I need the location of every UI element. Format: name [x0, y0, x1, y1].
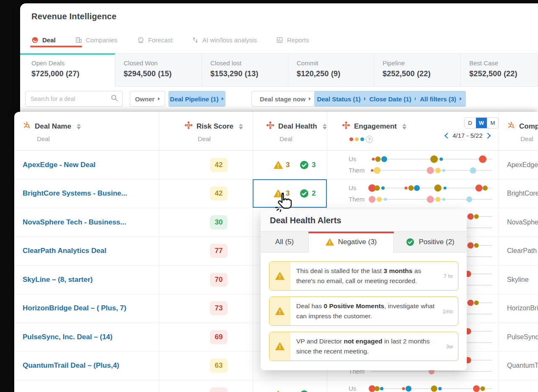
companies-icon	[75, 36, 82, 44]
deal-link[interactable]: PulseSync, Inc. Deal – (14)	[23, 333, 112, 341]
popup-tab-all-5-[interactable]: All (5)	[261, 232, 309, 253]
sort-icon[interactable]	[77, 124, 81, 129]
summary-card-open-deals[interactable]: Open Deals$725,000 (27)	[20, 53, 115, 87]
help-icon[interactable]: ?	[366, 136, 373, 143]
engagement-timeline	[371, 159, 492, 160]
deal-link[interactable]: BrightCore Systems - Busine...	[23, 189, 127, 198]
period-toggle: DWM	[464, 117, 499, 129]
popup-tab-negative-3-[interactable]: Negative (3)	[309, 232, 394, 253]
summary-card-best-case[interactable]: Best Case$252,500 (22)	[461, 53, 538, 87]
selected-cell-outline	[253, 179, 327, 208]
search-icon	[111, 94, 118, 102]
filter-deal-stage-now[interactable]: Deal stage now	[251, 91, 319, 107]
alert-age: 1mo	[442, 308, 453, 315]
active-tab-underline	[30, 46, 82, 47]
deal-health-cell[interactable]: 33	[253, 151, 327, 179]
negative-alerts	[274, 390, 286, 392]
chevron-left-icon[interactable]	[445, 132, 450, 138]
summary-card-pipeline[interactable]: Pipeline$252,500 (22)	[374, 53, 461, 87]
warning-icon	[275, 342, 285, 351]
engagement-dot	[369, 196, 375, 203]
column-header-deal-health[interactable]: Deal Health	[266, 121, 327, 132]
filter-label: Deal Pipeline (1)	[170, 95, 219, 103]
column-subtitle: Deal	[279, 135, 292, 142]
column-label: Comp	[519, 122, 538, 131]
engagement-cell: UsThem	[327, 180, 499, 208]
filter-owner[interactable]: Owner	[130, 91, 165, 107]
tab-reports[interactable]: Reports	[276, 36, 309, 44]
column-label: Engagement	[354, 122, 397, 131]
filter-deal-status-1-[interactable]: Deal Status (1)	[314, 91, 369, 107]
gong-icon	[184, 121, 193, 129]
search-input[interactable]	[30, 95, 111, 103]
deal-link[interactable]: SkyLine – (8, starter)	[23, 276, 93, 284]
deal-health-cell[interactable]	[253, 380, 327, 392]
search-icon	[111, 94, 118, 103]
column-header-engagement[interactable]: Engagement	[342, 121, 406, 132]
risk-score-badge: 42	[210, 186, 228, 201]
engagement-dot	[467, 299, 473, 306]
summary-card-closed-lost[interactable]: Closed lost$153,290 (13)	[202, 53, 288, 87]
tab-ai-win-loss-analysis[interactable]: AI win/loss analysis	[192, 36, 257, 44]
engagement-dot	[474, 300, 479, 305]
search-box[interactable]	[25, 91, 123, 107]
card-value: $294,500 (15)	[124, 70, 202, 78]
deal-link[interactable]: HorizonBridge Deal – ( Plus, 7)	[23, 304, 127, 312]
column-header-company[interactable]: Comp	[507, 121, 538, 132]
engagement-legend: ?	[349, 136, 373, 143]
negative-alerts: 3	[274, 161, 290, 169]
card-label: Closed Won	[124, 59, 202, 67]
tab-label: AI win/loss analysis	[202, 36, 257, 44]
deal-link[interactable]: ApexEdge - New Deal	[23, 161, 96, 169]
tab-forecast[interactable]: Forecast	[137, 36, 173, 44]
period-option-d[interactable]: D	[465, 118, 476, 128]
deal-link[interactable]: QuantumTrail Deal – (Plus,4)	[23, 361, 119, 370]
popup-tab-positive-2-[interactable]: Positive (2)	[394, 232, 467, 253]
period-option-m[interactable]: M	[487, 118, 498, 128]
period-option-w[interactable]: W	[476, 118, 487, 128]
tab-deal[interactable]: Deal	[31, 36, 56, 44]
engagement-dot	[430, 155, 438, 163]
gong-logo-icon	[31, 36, 39, 44]
engagement-us-row: Us	[349, 154, 494, 164]
engagement-us-label: Us	[349, 385, 356, 392]
filter-label: Close Date (1)	[369, 95, 411, 103]
tab-companies[interactable]: Companies	[75, 36, 118, 44]
engagement-dot	[474, 214, 479, 219]
risk-score-badge: 42	[210, 158, 228, 172]
column-subtitle: Deal	[520, 135, 533, 142]
filter-close-date-1-[interactable]: Close Date (1)	[365, 91, 421, 107]
risk-score-badge: 69	[210, 330, 228, 344]
card-label: Best Case	[469, 59, 538, 67]
alerts-list: This deal is stalled for the last 3 mont…	[269, 261, 458, 367]
warning-icon	[275, 272, 285, 280]
sort-icon[interactable]	[323, 124, 327, 129]
filter-all-filters-3-[interactable]: All filters (3)	[416, 91, 466, 107]
engagement-timeline	[371, 199, 492, 200]
engagement-dot	[381, 156, 387, 162]
nav-tabs: DealCompaniesForecastAI win/loss analysi…	[31, 34, 309, 46]
filter-deal-pipeline-1-[interactable]: Deal Pipeline (1)	[168, 91, 225, 107]
summary-card-commit[interactable]: Commit$120,250 (9)	[288, 53, 374, 87]
deal-link[interactable]: ClearPath Analytics Deal	[23, 247, 106, 255]
engagement-dot	[479, 155, 486, 163]
column-header-deal-name[interactable]: Deal Name	[23, 121, 81, 132]
sort-icon[interactable]	[402, 124, 406, 129]
alert-warning-strip	[269, 332, 290, 361]
engagement-us-row: Us	[349, 383, 494, 392]
column-header-risk-score[interactable]: Risk Score	[184, 121, 243, 132]
filter-label: Owner	[135, 95, 155, 103]
column-subtitle: Deal	[198, 135, 211, 142]
card-label: Closed lost	[210, 59, 288, 67]
gong-icon	[342, 121, 350, 129]
card-value: $153,290 (13)	[210, 70, 288, 78]
chevron-right-icon[interactable]	[485, 132, 491, 138]
company-name: BrightCore	[507, 190, 538, 197]
sort-icon[interactable]	[239, 124, 243, 129]
hubspot-icon	[23, 121, 31, 129]
ai-winloss-icon	[192, 36, 199, 44]
deal-link[interactable]: NovaSphere Tech - Business...	[23, 218, 126, 227]
summary-card-closed-won[interactable]: Closed Won$294,500 (15)	[115, 53, 202, 87]
card-label: Open Deals	[31, 59, 115, 67]
table-row: ApexEdge - New Deal4233UsThemApexEdge	[14, 151, 538, 180]
